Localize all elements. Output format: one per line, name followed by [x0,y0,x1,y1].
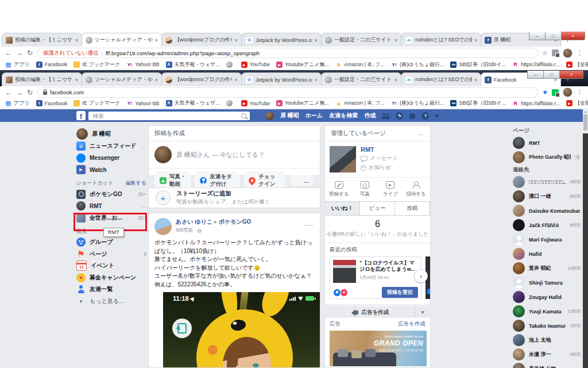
bookmark-item[interactable]: ▶ 【全部紹介！】ね... [566,99,588,107]
chrome-menu-icon[interactable]: ⋮ [577,89,583,96]
page-thumbnail[interactable] [330,146,356,172]
maximize-button[interactable]: □ [545,32,562,40]
browser-tab[interactable]: 【wordpressブログの作り × [161,72,242,86]
bookmark-item[interactable]: Y! Yahoo! BB [126,100,159,106]
bookmark-item[interactable]: SBI SBI証券（旧SBIイ... [450,61,506,68]
extension-icon[interactable] [552,89,559,96]
bookmark-item[interactable]: Y! (株)ゆうちょ銀行... [391,99,444,107]
sidebar-item-extra[interactable]: 9 [144,251,146,257]
page-action-button[interactable]: 写真 [352,181,378,198]
carousel-next-icon[interactable]: › [414,269,428,283]
browser-tab[interactable]: ソーシャルメディア・やっ × [82,33,162,47]
sidebar-item[interactable]: 31 イベント [76,260,146,272]
page-scrollbar[interactable]: ▲ [583,109,588,133]
search-input[interactable] [92,112,238,120]
bookmark-item[interactable]: 天 天気予報 - ウェザ... [166,61,220,68]
contact-row[interactable]: 池上 太地 [513,333,581,347]
contact-row[interactable]: 溝口 一雄 8時間 [513,189,581,204]
user-name-link[interactable]: 原 幡昭 [280,112,299,120]
sidebar-item[interactable]: Messenger [76,152,146,164]
browser-tab[interactable]: 一般設定・二の三サイト ー × [321,33,401,47]
bookmark-item[interactable]: IE ブックマーク [74,99,120,107]
browser-tab[interactable]: G Jetpack by WordPress.co × [241,72,322,86]
page-row[interactable]: Photo Garally 昭和 3... 9 [513,150,581,164]
sidebar-item[interactable]: ▶ Watch [76,164,146,176]
bookmark-item[interactable]: f Facebook [36,62,68,68]
contact-row[interactable]: Mari Fujiwara [513,232,581,247]
forward-icon[interactable]: → [16,89,23,96]
contact-row[interactable]: 長谷雄 公敏 [513,362,581,368]
contact-row[interactable]: 永瀬 淳一 4時間 [513,347,581,362]
post-author-link[interactable]: あさい ゆりこ [176,218,212,225]
bookmark-item[interactable]: R https://affiliate.r... [512,62,560,68]
page-stats-tab[interactable]: いいね！ [325,202,360,215]
browser-tab[interactable]: 投稿の編集・【ミニウサギ × [2,72,82,86]
create-ad-link[interactable]: 広告を作成 [398,320,425,328]
browser-tab[interactable]: ソーシャルメディア・やっ × [82,72,162,86]
friend-requests-icon[interactable] [382,116,386,119]
contact-row[interactable]: Jačk Fřâňčó 5時間 [513,218,581,232]
close-button[interactable]: × [561,32,585,40]
contact-row[interactable]: Takako Iwamuro 1時間 [513,319,581,333]
bookmark-item[interactable]: 天 天気予報 - ウェザ... [166,99,220,107]
tab-close-icon[interactable]: × [235,37,238,43]
sidebar-item-extra[interactable]: … [141,143,146,149]
sidebar-item[interactable]: ♥ 募金キャンペーン [76,272,146,284]
chrome-menu-icon[interactable]: ⋮ [577,49,583,57]
contact-row[interactable]: Yuuji Kamata 11時間 [513,304,581,319]
promote-post-button[interactable]: 投稿を宣伝 [382,287,418,298]
account-menu-icon[interactable]: ▾ [435,113,438,118]
tab-close-icon[interactable]: × [235,77,238,83]
notifications-icon[interactable] [409,113,415,118]
forward-icon[interactable]: → [16,49,23,56]
contact-row[interactable]: Zougay Hafid [513,290,581,304]
help-icon[interactable]: ? [421,112,429,120]
page-action-button[interactable]: 投稿する [326,181,352,198]
composer-action-button[interactable]: … [289,175,315,186]
add-story-card[interactable]: + ストーリーズに追加 写真や動画をシェア、または何か書く [148,187,320,208]
tab-close-icon[interactable]: × [315,37,318,43]
widget-menu-icon[interactable]: … [418,129,425,137]
sidebar-item[interactable]: ポケモンGO 20+ [76,189,146,201]
bookmark-item[interactable]: ▶ YouTube [241,62,270,68]
bookmark-item[interactable]: ▶ 【全部紹介！】ね... [566,61,588,68]
bookmark-item[interactable]: IE ブックマーク [74,61,120,68]
sidebar-item[interactable]: 友達一覧 [76,283,146,296]
page-row[interactable]: RMT [513,136,581,150]
composer-placeholder[interactable]: 原 幡昭さん — 今なにしてる？ [176,151,265,159]
recent-post-card[interactable]: "【コロナウイルス】マジロを広めてしまうw... 1月29日 16:41 ♥ 投… [330,256,421,299]
contact-row[interactable]: 笈井 朝紀 10時間 [513,261,581,275]
page-stats-tab[interactable]: ビュー [360,202,395,215]
extension-icon[interactable] [552,49,559,56]
post-group-link[interactable]: ポケモンGO [219,218,252,225]
sidebar-item[interactable]: ▾ もっと見る... [76,296,146,308]
messenger-icon[interactable] [396,112,403,120]
close-button[interactable]: × [559,71,583,79]
security-warning[interactable]: 保護されていない通信 [43,49,98,57]
nav-create[interactable]: 作成 [364,112,376,120]
profile-avatar[interactable] [563,48,572,58]
bookmark-item[interactable]: ▦ アプリ [5,99,30,107]
post-author-avatar[interactable] [154,218,172,235]
bookmark-item[interactable]: f Facebook [36,100,68,106]
sidebar-item[interactable]: ⚑ ページ 9 [76,248,146,260]
tab-close-icon[interactable]: × [394,77,397,83]
page-name-link[interactable]: RMT [361,146,397,153]
bookmark-item[interactable] [226,62,235,68]
minimize-button[interactable]: – [529,32,546,40]
user-avatar[interactable] [265,112,274,120]
contact-row[interactable]: Daisuke Komatsubara [513,204,581,218]
reload-icon[interactable]: ↻ [27,49,33,56]
post-timestamp[interactable]: 6時間前 · [176,227,196,234]
reload-icon[interactable]: ↻ [27,89,33,96]
ad-image[interactable]: Renovation model house GRAND OPEN 2019 1… [330,331,427,366]
tab-close-icon[interactable]: × [315,77,318,83]
sidebar-item-extra[interactable]: 20+ [138,191,146,197]
browser-tab[interactable]: G Jetpack by WordPress.co × [241,33,322,47]
browser-tab[interactable]: 一般設定・二の三サイト ー × [321,72,401,86]
minimize-button[interactable]: – [527,71,544,79]
maximize-button[interactable]: □ [543,71,560,79]
page-stats-tab[interactable]: 投稿 [395,202,430,215]
page-messages-link[interactable]: メッセージ [361,155,397,162]
tab-close-icon[interactable]: × [75,77,78,83]
